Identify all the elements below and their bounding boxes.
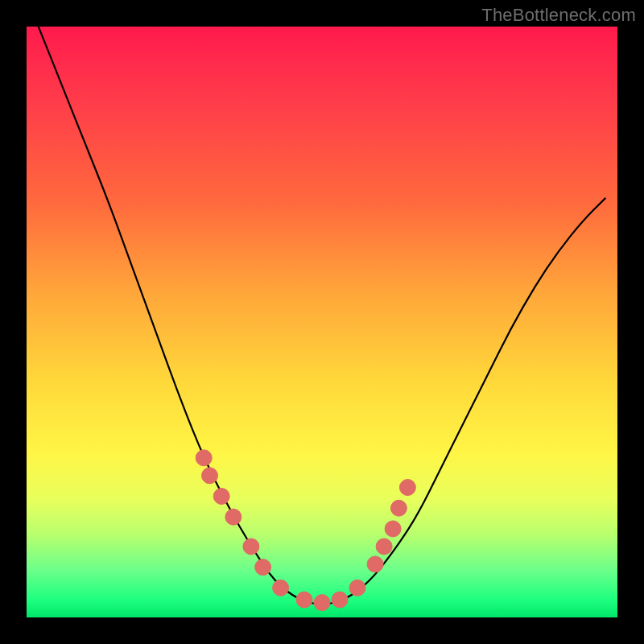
chart-svg [27, 27, 617, 617]
bottleneck-curve [39, 27, 606, 605]
marker-dot [367, 556, 383, 572]
marker-dot [243, 539, 259, 555]
marker-dot [196, 450, 212, 466]
marker-dot [273, 580, 289, 596]
marker-dot [332, 592, 348, 608]
marker-dot [314, 595, 330, 611]
chart-frame: TheBottleneck.com [0, 0, 644, 644]
marker-dot [202, 468, 218, 484]
marker-dot [213, 489, 229, 505]
marker-dot [390, 500, 407, 516]
marker-dot [296, 592, 312, 608]
marker-dot [385, 521, 401, 537]
watermark-text: TheBottleneck.com [481, 5, 636, 26]
marker-dot [349, 580, 365, 596]
marker-dot [376, 539, 392, 555]
marker-dot [225, 509, 242, 525]
marker-dot [399, 480, 415, 496]
plot-area [27, 27, 617, 617]
marker-dot [255, 559, 271, 576]
marker-group [196, 450, 415, 611]
